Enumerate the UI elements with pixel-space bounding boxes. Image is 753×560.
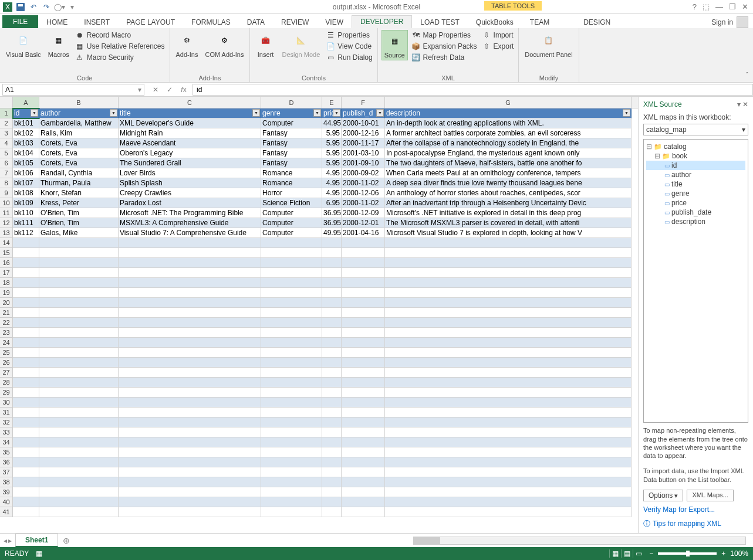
cell[interactable] (39, 388, 119, 398)
cell[interactable] (13, 238, 39, 248)
cell[interactable] (385, 497, 632, 507)
cell[interactable] (119, 348, 261, 358)
cell[interactable] (261, 477, 322, 487)
cell[interactable] (261, 248, 322, 258)
cell[interactable] (322, 477, 342, 487)
tab-view[interactable]: VIEW (317, 16, 352, 28)
source-button[interactable]: ▦Source (381, 30, 408, 60)
cell[interactable] (322, 398, 342, 408)
cell[interactable] (322, 408, 342, 418)
cell[interactable]: Splish Splash (119, 178, 261, 188)
cell[interactable] (13, 447, 39, 457)
row-header[interactable]: 36 (0, 457, 13, 467)
cell[interactable]: 2000-11-02 (342, 178, 385, 188)
cell[interactable] (322, 268, 342, 278)
cell[interactable] (322, 358, 342, 368)
cell[interactable] (322, 258, 342, 268)
cell[interactable] (261, 358, 322, 368)
cell[interactable]: Corets, Eva (39, 138, 119, 148)
tab-quickbooks[interactable]: QuickBooks (468, 16, 522, 28)
row-header[interactable]: 37 (0, 467, 13, 477)
cell[interactable] (39, 437, 119, 447)
cell[interactable]: Fantasy (261, 128, 322, 138)
cell[interactable]: Corets, Eva (39, 158, 119, 168)
filter-arrow-icon[interactable]: ▼ (31, 109, 38, 117)
cell[interactable]: pric▼ (322, 108, 342, 118)
tab-data[interactable]: DATA (239, 16, 273, 28)
cell[interactable]: In post-apocalypse England, the mysterio… (385, 148, 632, 158)
maximize-icon[interactable]: ❐ (729, 2, 736, 11)
cell[interactable] (261, 408, 322, 418)
cell[interactable]: The Microsoft MSXML3 parser is covered i… (385, 218, 632, 228)
cell[interactable] (342, 328, 385, 338)
cell[interactable] (342, 318, 385, 328)
cell[interactable]: bk109 (13, 198, 39, 208)
cell[interactable]: MSXML3: A Comprehensive Guide (119, 218, 261, 228)
row-header[interactable]: 8 (0, 178, 13, 188)
row-header[interactable]: 20 (0, 298, 13, 308)
properties-button[interactable]: ☰Properties (325, 30, 373, 40)
cell[interactable] (322, 447, 342, 457)
cell[interactable] (261, 457, 322, 467)
column-header[interactable]: A (13, 97, 39, 108)
cell[interactable] (39, 408, 119, 418)
cell[interactable]: The Sundered Grail (119, 158, 261, 168)
cell[interactable]: genre▼ (261, 108, 322, 118)
cell[interactable] (342, 507, 385, 517)
cell[interactable]: An in-depth look at creating application… (385, 118, 632, 128)
cell[interactable] (39, 288, 119, 298)
column-header[interactable]: E (322, 97, 342, 108)
cell[interactable] (385, 418, 632, 427)
cell[interactable] (119, 477, 261, 487)
fx-icon[interactable]: fx (177, 84, 190, 96)
record-macro-button[interactable]: ⏺Record Macro (74, 30, 166, 40)
cell[interactable] (39, 308, 119, 318)
cell[interactable] (342, 467, 385, 477)
tree-item[interactable]: ▭author (646, 170, 745, 179)
cell[interactable]: Microsoft's .NET initiative is explored … (385, 208, 632, 218)
cell[interactable] (119, 278, 261, 288)
filter-arrow-icon[interactable]: ▼ (376, 109, 384, 117)
cell[interactable]: Oberon's Legacy (119, 148, 261, 158)
filter-arrow-icon[interactable]: ▼ (333, 109, 340, 117)
cell[interactable] (385, 467, 632, 477)
cell[interactable] (342, 487, 385, 497)
row-header[interactable]: 25 (0, 348, 13, 358)
cell[interactable] (13, 288, 39, 298)
cell[interactable] (13, 378, 39, 388)
row-header[interactable]: 33 (0, 427, 13, 437)
cell[interactable]: The two daughters of Maeve, half-sisters… (385, 158, 632, 168)
cell[interactable] (385, 288, 632, 298)
row-header[interactable]: 40 (0, 497, 13, 507)
tree-item[interactable]: ▭id (646, 161, 745, 170)
cell[interactable] (261, 437, 322, 447)
cell[interactable] (39, 348, 119, 358)
cell[interactable] (342, 497, 385, 507)
qat-customize-icon[interactable]: ▾ (67, 2, 77, 12)
cell[interactable]: Microsoft Visual Studio 7 is explored in… (385, 228, 632, 238)
cell[interactable] (119, 418, 261, 427)
tab-team[interactable]: TEAM (522, 16, 558, 28)
cell[interactable] (39, 467, 119, 477)
cell[interactable] (342, 358, 385, 368)
xml-options-button[interactable]: Options ▾ (643, 490, 683, 501)
cell[interactable] (322, 487, 342, 497)
cell[interactable] (119, 258, 261, 268)
cell[interactable] (322, 427, 342, 437)
cell[interactable] (119, 298, 261, 308)
cell[interactable] (261, 318, 322, 328)
cell[interactable] (39, 328, 119, 338)
cell[interactable] (261, 278, 322, 288)
cell[interactable]: bk103 (13, 138, 39, 148)
cell[interactable] (261, 288, 322, 298)
cell[interactable] (39, 248, 119, 258)
cell[interactable] (13, 368, 39, 378)
cell[interactable] (342, 418, 385, 427)
ribbon-options-icon[interactable]: ⬚ (703, 2, 710, 11)
cell[interactable] (119, 368, 261, 378)
cell[interactable]: Paradox Lost (119, 198, 261, 208)
cell[interactable]: 2001-03-10 (342, 148, 385, 158)
cell[interactable]: author▼ (39, 108, 119, 118)
tab-review[interactable]: REVIEW (273, 16, 317, 28)
cell[interactable]: 2001-09-10 (342, 158, 385, 168)
